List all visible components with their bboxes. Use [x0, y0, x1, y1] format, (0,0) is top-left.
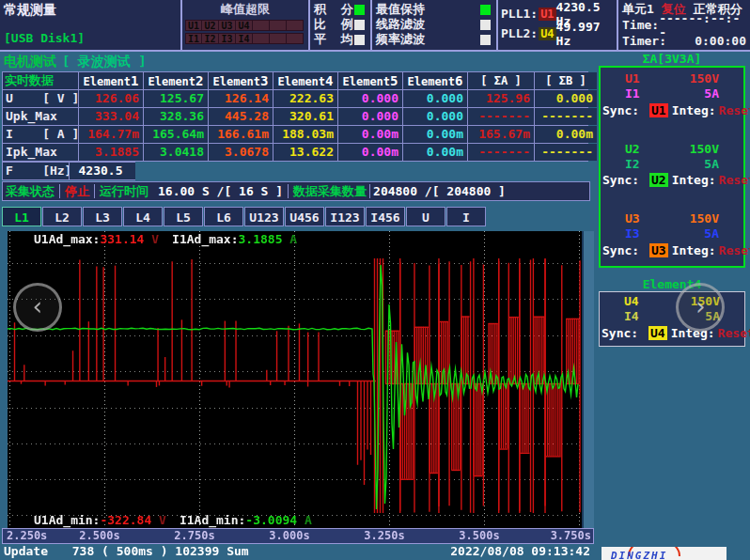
- table-value-cell: 126.06: [79, 90, 143, 107]
- prev-overlay-button[interactable]: ‹: [13, 283, 62, 332]
- voltage-channel: U1: [625, 71, 640, 86]
- integ-reset-value: Reset: [719, 173, 750, 187]
- sync-label: Sync:: [602, 326, 646, 340]
- indicator-off-icon: [354, 35, 365, 45]
- peak-indicator-cell: I4: [236, 33, 253, 44]
- peak-indicator-cell: U1: [185, 20, 202, 31]
- peak-overlimit-section: 峰值超限 U1U2U3U4I1I2I3I4: [182, 0, 310, 50]
- sync-integ-row: Sync: U2Integ:Reset: [601, 172, 743, 189]
- toggle-row: 平 均: [314, 32, 367, 47]
- trace-extreme-value: 3.1885: [239, 232, 283, 246]
- sync-integ-row: Sync: U4Integ:Reset: [600, 324, 744, 341]
- table-value-cell: 0.00m: [338, 126, 402, 143]
- table-column-header: [ ΣB ]: [535, 72, 597, 89]
- tab-l6[interactable]: L6: [204, 207, 243, 226]
- peak-indicator-cell: [270, 20, 287, 31]
- tab-i123[interactable]: I123: [325, 207, 365, 226]
- pll-source-badge: U1: [539, 8, 555, 21]
- waveform-scrollbar[interactable]: [582, 231, 594, 528]
- voltage-channel: U2: [625, 142, 640, 157]
- trace-extreme-unit: V: [144, 232, 159, 246]
- tab-u123[interactable]: U123: [244, 207, 284, 226]
- waveform-panel: U1Ad_max:331.14 VI1Ad_max:3.1885 A U1Ad_…: [8, 231, 594, 528]
- time-tick-label: 2.500s: [79, 529, 119, 543]
- table-column-header: Element1: [79, 72, 143, 89]
- mode-title: 常规测量: [4, 2, 56, 19]
- voltage-range: 150V: [690, 71, 719, 86]
- tab-l4[interactable]: L4: [123, 207, 163, 226]
- table-value-cell: 126.14: [209, 90, 273, 107]
- table-value-cell: -------: [535, 144, 597, 161]
- table-value-cell: 125.67: [144, 90, 208, 107]
- table-value-cell: 328.36: [144, 108, 208, 125]
- update-status: Update 738 ( 500ms ) 102399 Sum: [4, 544, 249, 558]
- table-value-cell: 333.04: [79, 108, 143, 125]
- table-column-header: [ ΣA ]: [468, 72, 534, 89]
- time-label: Time:: [622, 18, 659, 32]
- tab-i456[interactable]: I456: [366, 207, 405, 226]
- pll-label: PLL1:: [501, 7, 538, 21]
- trace-extreme-name: U1Ad_max:: [34, 232, 100, 246]
- table-value-cell: 0.00m: [403, 144, 467, 161]
- toggle-row: 积 分: [314, 2, 367, 17]
- trace-extreme-unit: A: [283, 232, 298, 246]
- measurement-table: 实时数据Element1Element2Element3Element4Elem…: [2, 71, 588, 162]
- peak-indicator-cell: I2: [202, 33, 219, 44]
- time-tick-label: 3.250s: [364, 529, 404, 543]
- acquisition-status-strip: 采集状态 停止 运行时间 16.00 S /[ 16 S ] 数据采集数量 20…: [2, 181, 590, 201]
- filter-toggles: 最值保持线路滤波频率滤波: [372, 0, 498, 50]
- peak-indicator-cell: I1: [185, 33, 202, 44]
- time-tick-label: 3.500s: [459, 529, 499, 543]
- runtime-value: 16.00 S /[ 16 S ]: [158, 184, 283, 198]
- table-value-cell: -------: [468, 144, 534, 161]
- table-value-cell: 320.61: [273, 108, 337, 125]
- tab-i[interactable]: I: [446, 207, 486, 226]
- table-value-cell: 0.00m: [535, 126, 597, 143]
- frequency-value: 4230.5: [70, 163, 135, 179]
- wiring-unit-block: U3150VI35ASync: U3Integ:Reset: [601, 211, 743, 258]
- toggle-row: 线路滤波: [376, 17, 492, 32]
- table-column-header: Element5: [338, 72, 402, 89]
- tab-l3[interactable]: L3: [83, 207, 122, 226]
- table-corner-label: 实时数据: [3, 72, 78, 89]
- table-column-header: Element3: [209, 72, 273, 89]
- table-row-label: Ipk_Max: [3, 144, 78, 161]
- sync-label: Sync:: [602, 243, 647, 257]
- sync-integ-row: Sync: U1Integ:Reset: [601, 101, 743, 118]
- trace-extreme-name: U1Ad_min:: [34, 513, 100, 527]
- unit-name: 单元1: [622, 1, 654, 18]
- peak-indicator-cell: [287, 20, 304, 31]
- integ-label: Integ:: [672, 103, 716, 117]
- current-channel: I4: [624, 309, 639, 324]
- tab-l1[interactable]: L1: [2, 207, 41, 226]
- table-value-cell: 0.000: [403, 108, 467, 125]
- peak-indicator-cell: [287, 33, 304, 44]
- next-overlay-button[interactable]: ›: [676, 283, 725, 332]
- peak-indicator-cell: U2: [202, 20, 219, 31]
- peak-indicator-cell: U4: [236, 20, 253, 31]
- tab-l5[interactable]: L5: [164, 207, 203, 226]
- tab-u456[interactable]: U456: [285, 207, 324, 226]
- sync-source-badge: U1: [649, 103, 668, 117]
- current-channel: I3: [625, 226, 640, 241]
- mode-section: 常规测量 [USB Disk1]: [0, 0, 182, 50]
- indicator-off-icon: [480, 35, 491, 45]
- element4-title: Element4: [599, 277, 745, 291]
- tab-u[interactable]: U: [406, 207, 445, 226]
- wiring-unit-block: U2150VI25ASync: U2Integ:Reset: [601, 142, 743, 189]
- sync-integ-row: Sync: U3Integ:Reset: [601, 241, 743, 258]
- current-channel: I1: [625, 86, 640, 101]
- sync-source-badge: U2: [649, 173, 668, 187]
- tab-l2[interactable]: L2: [42, 207, 82, 226]
- trace-extreme-label: U1Ad_max:331.14 V: [34, 232, 159, 246]
- trace-extreme-label: I1Ad_max:3.1885 A: [172, 232, 297, 246]
- current-range: 5A: [704, 86, 719, 101]
- current-range: 5A: [704, 157, 719, 172]
- sync-source-badge: U3: [649, 243, 668, 257]
- current-channel: I2: [625, 157, 640, 172]
- top-status-bar: 常规测量 [USB Disk1] 峰值超限 U1U2U3U4I1I2I3I4 积…: [0, 0, 750, 52]
- indicator-off-icon: [480, 20, 491, 30]
- table-value-cell: 166.61m: [209, 126, 273, 143]
- current-row: I35A: [601, 226, 743, 241]
- sync-source-badge: U4: [648, 326, 667, 340]
